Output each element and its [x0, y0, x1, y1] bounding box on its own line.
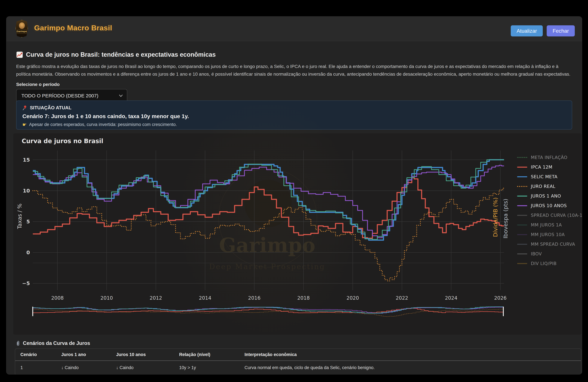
app-header: Garimpo Garimpo Macro Brasil Atualizar F…: [6, 17, 582, 41]
app-window: Garimpo Garimpo Macro Brasil Atualizar F…: [6, 16, 582, 375]
chart-legend: META INFLAÇÃOIPCA 12MSELIC METAJURO REAL…: [517, 153, 582, 268]
legend-label: JURO REAL: [531, 184, 555, 189]
status-note-text: Apesar de cortes esperados, curva invert…: [29, 122, 177, 127]
scenarios-table: CenárioJuros 1 anoJuros 10 anosRelação (…: [15, 348, 581, 375]
status-heading-text: SITUAÇÃO ATUAL: [30, 105, 72, 110]
legend-label: JUROS 1 ANO: [531, 193, 561, 198]
svg-text:10: 10: [23, 188, 30, 194]
table-row: 1↓ Caindo↓ Caindo10y > 1yCurva normal em…: [15, 361, 581, 375]
page-background: { "header": { "logo_text": "Garimpo", "t…: [0, 0, 588, 382]
legend-swatch-icon: [517, 196, 527, 196]
legend-item-ibov[interactable]: IBOV: [517, 249, 582, 259]
table-cell: Curva normal em queda, ciclo de queda da…: [245, 361, 581, 375]
legend-label: IBOV: [531, 251, 542, 256]
legend-swatch-icon: [517, 215, 527, 216]
table-cell: 10y > 1y: [179, 361, 245, 375]
svg-text:2020: 2020: [346, 295, 359, 301]
svg-text:2012: 2012: [150, 295, 162, 301]
svg-text:2010: 2010: [101, 295, 113, 301]
legend-item-mm-juros-1a[interactable]: MM JUROS 1A: [517, 220, 582, 230]
legend-item-juro-real[interactable]: JURO REAL: [517, 182, 582, 191]
status-scenario-text: Cenário 7: Juros de 1 e 10 anos caindo, …: [22, 113, 566, 119]
period-select-label: Selecione o período: [16, 82, 60, 87]
legend-swatch-icon: [517, 263, 527, 264]
legend-swatch-icon: [517, 205, 527, 206]
legend-swatch-icon: [517, 254, 527, 255]
page-title: Curva de juros no Brasil: tendências e e…: [16, 51, 216, 58]
table-header-cell: Juros 10 anos: [116, 349, 179, 361]
table-header-cell: Juros 1 ano: [61, 349, 116, 361]
chart-title: Curva de juros no Brasil: [22, 138, 103, 145]
table-header-cell: Interpretação econômica: [245, 349, 581, 361]
legend-label: DIV LIQ/PIB: [531, 261, 556, 266]
status-heading: SITUAÇÃO ATUAL: [22, 105, 566, 110]
legend-label: JUROS 10 ANOS: [531, 203, 567, 208]
close-button[interactable]: Fechar: [547, 25, 575, 36]
svg-text:15: 15: [23, 157, 30, 163]
table-header-row: CenárioJuros 1 anoJuros 10 anosRelação (…: [15, 349, 581, 361]
svg-text:5: 5: [26, 219, 30, 225]
period-select-wrap: TODO O PERÍODO (DESDE 2007): [16, 89, 127, 102]
legend-item-selic-meta[interactable]: SELIC META: [517, 172, 582, 182]
legend-label: SELIC META: [531, 174, 557, 179]
svg-text:2016: 2016: [248, 295, 260, 301]
legend-item-juros-1-ano[interactable]: JUROS 1 ANO: [517, 191, 582, 201]
scenarios-title-text: Cenários da Curva de Juros: [23, 340, 90, 346]
legend-label: MM JUROS 1A: [531, 222, 562, 227]
pointing-hand-icon: ☛: [22, 122, 27, 127]
y-axis-label: Taxas / %: [17, 204, 23, 229]
pushpin-icon: [22, 105, 27, 110]
legend-label: SPREAD CURVA (10A-1A): [531, 213, 582, 218]
range-handle-left[interactable]: [32, 307, 33, 316]
chart-increasing-icon: [16, 51, 23, 58]
current-situation-box: SITUAÇÃO ATUAL Cenário 7: Juros de 1 e 1…: [16, 101, 572, 129]
update-button[interactable]: Atualizar: [511, 25, 543, 36]
svg-text:2008: 2008: [51, 295, 63, 301]
svg-text:2014: 2014: [199, 295, 211, 301]
paperclip-icon: [16, 341, 20, 346]
legend-label: IPCA 12M: [531, 165, 552, 170]
status-note: ☛ Apesar de cortes esperados, curva inve…: [22, 122, 566, 127]
table-cell: ↓ Caindo: [116, 361, 179, 375]
app-title: Garimpo Macro Brasil: [34, 24, 112, 32]
page-title-text: Curva de juros no Brasil: tendências e e…: [26, 51, 216, 58]
svg-text:2026: 2026: [494, 295, 506, 301]
legend-swatch-icon: [517, 176, 527, 177]
legend-item-spread-curva-10a-1a-[interactable]: SPREAD CURVA (10A-1A): [517, 211, 582, 220]
svg-text:2024: 2024: [445, 295, 457, 301]
legend-swatch-icon: [517, 167, 527, 168]
table-header-cell: Relação (nível): [179, 349, 245, 361]
legend-label: MM SPREAD CURVA: [531, 242, 575, 247]
legend-swatch-icon: [517, 157, 527, 158]
legend-item-ipca-12m[interactable]: IPCA 12M: [517, 162, 582, 172]
legend-swatch-icon: [517, 234, 527, 235]
right-axis-label-ibovespa: Ibovespa (pts): [502, 199, 509, 238]
logo-banner-text: Garimpo: [17, 30, 27, 34]
legend-label: MM JUROS 10A: [531, 232, 565, 237]
header-actions: Atualizar Fechar: [511, 25, 575, 36]
table-cell: ↓ Caindo: [61, 361, 116, 375]
table-header-cell: Cenário: [21, 349, 61, 361]
legend-swatch-icon: [517, 186, 527, 187]
legend-label: META INFLAÇÃO: [531, 155, 567, 160]
legend-item-meta-infla-o[interactable]: META INFLAÇÃO: [517, 153, 582, 162]
right-axis-label-divida-pib: Dívida/PIB (%): [492, 197, 499, 237]
legend-item-mm-juros-10a[interactable]: MM JUROS 10A: [517, 230, 582, 239]
period-select[interactable]: TODO O PERÍODO (DESDE 2007): [16, 89, 127, 102]
legend-item-div-liq-pib[interactable]: DIV LIQ/PIB: [517, 259, 582, 268]
svg-text:2018: 2018: [297, 295, 310, 301]
range-handle-right[interactable]: [503, 307, 504, 316]
table-cell: 1: [21, 361, 61, 375]
svg-text:0: 0: [26, 250, 30, 255]
chart-panel: Garimpo Deep Market Prospecting Curva de…: [13, 133, 582, 335]
legend-item-mm-spread-curva[interactable]: MM SPREAD CURVA: [517, 239, 582, 249]
legend-item-juros-10-anos[interactable]: JUROS 10 ANOS: [517, 201, 582, 211]
page-description: Este gráfico mostra a evolução das taxas…: [16, 63, 573, 78]
legend-swatch-icon: [517, 244, 527, 245]
svg-text:−5: −5: [22, 280, 30, 286]
scenarios-section-title: Cenários da Curva de Juros: [16, 340, 90, 346]
svg-text:2022: 2022: [396, 295, 408, 301]
legend-swatch-icon: [517, 225, 527, 226]
garimpo-logo: Garimpo: [16, 20, 28, 37]
miner-avatar-icon: [19, 22, 25, 29]
